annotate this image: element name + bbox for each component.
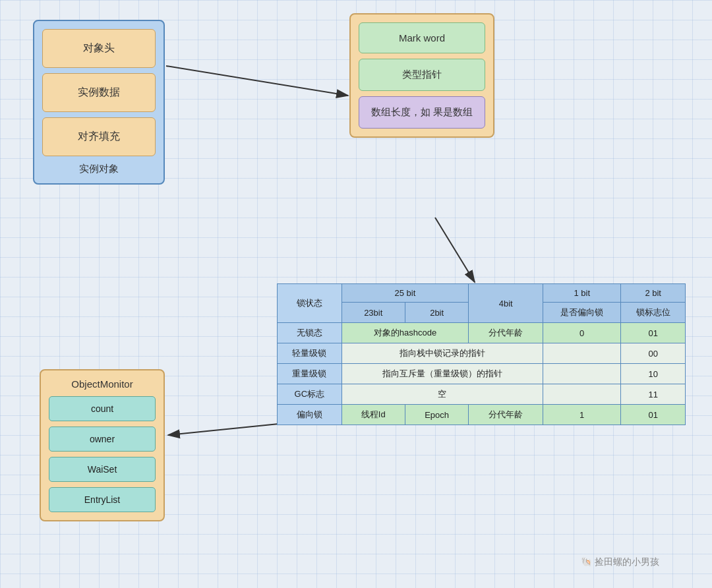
instance-obj-padding: 对齐填充: [42, 117, 156, 156]
diagram-container: 对象头 实例数据 对齐填充 实例对象 Mark word 类型指针 数组长度，如…: [0, 0, 712, 588]
instance-obj-header: 对象头: [42, 29, 156, 68]
obj-monitor-waitset: WaiSet: [49, 457, 156, 482]
instance-obj-label: 实例对象: [42, 163, 156, 175]
row-heavy-label: 重量级锁: [278, 364, 342, 384]
row-light-biased: [543, 343, 621, 364]
mark-word-item: Mark word: [359, 22, 485, 53]
obj-monitor-count: count: [49, 396, 156, 421]
col-25bit: 25 bit: [341, 284, 469, 303]
obj-monitor-box: ObjectMonitor count owner WaiSet EntryLi…: [40, 369, 165, 521]
svg-line-1: [166, 66, 348, 96]
row-light-ptr: 指向栈中锁记录的指针: [341, 343, 543, 364]
row-unlocked-age: 分代年龄: [469, 323, 543, 343]
row-unlocked-biased: 0: [543, 323, 621, 343]
row-biasedlock-age: 分代年龄: [469, 405, 543, 425]
obj-monitor-entrylist: EntryList: [49, 487, 156, 512]
row-unlocked-flag: 01: [621, 323, 686, 343]
row-light-flag: 00: [621, 343, 686, 364]
type-pointer-item: 类型指针: [359, 59, 485, 91]
row-biasedlock-biased: 1: [543, 405, 621, 425]
sub-lockflag: 锁标志位: [621, 303, 686, 323]
col-4bit: 4bit: [469, 284, 543, 323]
row-gc-empty: 空: [341, 384, 543, 405]
row-heavy-ptr: 指向互斥量（重量级锁）的指针: [341, 364, 543, 384]
row-gc-label: GC标志: [278, 384, 342, 405]
sub-23bit: 23bit: [341, 303, 405, 323]
col-1bit: 1 bit: [543, 284, 621, 303]
row-light-label: 轻量级锁: [278, 343, 342, 364]
row-biasedlock-label: 偏向锁: [278, 405, 342, 425]
obj-monitor-title: ObjectMonitor: [49, 378, 156, 390]
obj-header-box: Mark word 类型指针 数组长度，如 果是数组: [349, 13, 494, 138]
instance-obj-box: 对象头 实例数据 对齐填充 实例对象: [33, 20, 165, 185]
row-gc-biased: [543, 384, 621, 405]
sub-2bit: 2bit: [405, 303, 468, 323]
row-biasedlock-flag: 01: [621, 405, 686, 425]
watermark-icon: 🐚: [581, 556, 592, 567]
row-biasedlock-threadid: 线程Id: [341, 405, 405, 425]
row-heavy-biased: [543, 364, 621, 384]
col-lock-state: 锁状态: [278, 284, 342, 323]
instance-obj-data: 实例数据: [42, 73, 156, 112]
watermark-text: 捡田螺的小男孩: [595, 556, 659, 567]
col-2bit: 2 bit: [621, 284, 686, 303]
row-gc-flag: 11: [621, 384, 686, 405]
row-unlocked-label: 无锁态: [278, 323, 342, 343]
row-biasedlock-epoch: Epoch: [405, 405, 468, 425]
array-length-item: 数组长度，如 果是数组: [359, 96, 485, 129]
watermark: 🐚 捡田螺的小男孩: [581, 556, 659, 568]
row-heavy-flag: 10: [621, 364, 686, 384]
sub-biased: 是否偏向锁: [543, 303, 621, 323]
row-unlocked-hashcode: 对象的hashcode: [341, 323, 469, 343]
obj-monitor-owner: owner: [49, 426, 156, 452]
markword-table: 锁状态 25 bit 4bit 1 bit 2 bit 23bit 2bit 是…: [277, 283, 686, 425]
svg-line-2: [435, 218, 475, 282]
